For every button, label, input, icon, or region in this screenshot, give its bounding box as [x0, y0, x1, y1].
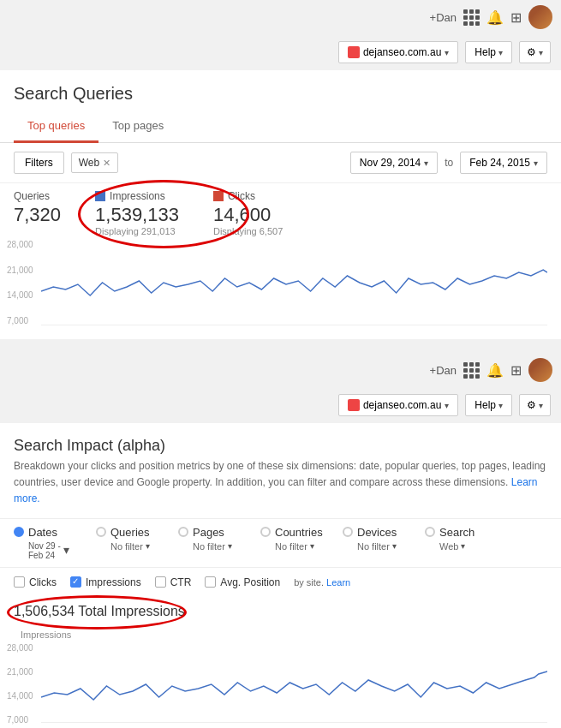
dim-dates-label: Dates [28, 526, 57, 539]
dim-queries-radio[interactable]: Queries [96, 526, 150, 539]
gear-icon-2: ⚙ [527, 399, 536, 411]
settings-button[interactable]: ⚙ ▾ [519, 41, 551, 63]
toolbar-1: dejanseo.com.au ▾ Help ▾ ⚙ ▾ [0, 34, 561, 70]
remove-web-filter[interactable]: ✕ [103, 158, 110, 169]
filter-row: Filters Web ✕ Nov 29, 2014 ▾ to Feb 24, … [0, 143, 561, 182]
total-impressions: 1,506,534 Total Impressions [14, 604, 185, 619]
cb-clicks-label: Clicks [29, 576, 57, 588]
dim-devices-sub[interactable]: No filter ▾ [343, 541, 397, 552]
site-logo [348, 46, 360, 58]
checkbox-clicks[interactable] [14, 576, 25, 588]
notifications-icon[interactable]: 🔔 [486, 9, 504, 26]
tab-top-pages[interactable]: Top pages [98, 110, 177, 143]
settings-button-2[interactable]: ⚙ ▾ [519, 394, 551, 416]
top-nav-1: +Dan 🔔 ⊞ [0, 0, 561, 34]
site-selector[interactable]: dejanseo.com.au ▾ [338, 41, 458, 63]
date-to-button[interactable]: Feb 24, 2015 ▾ [460, 152, 547, 174]
user-plus-dan-2[interactable]: +Dan [430, 364, 457, 377]
dim-search-radio[interactable]: Search [425, 526, 474, 539]
dimension-row: Dates Nov 29 -Feb 24▾ Queries No filter … [0, 518, 561, 568]
impressions-label: Impressions [95, 190, 179, 202]
dim-pages-sub[interactable]: No filter ▾ [178, 541, 232, 552]
tab-top-queries[interactable]: Top queries [14, 110, 98, 143]
cb-impressions[interactable]: Impressions [70, 576, 141, 588]
checkbox-avg-position[interactable] [205, 576, 216, 588]
filter-left: Filters Web ✕ [14, 152, 118, 174]
site-name: dejanseo.com.au [363, 46, 441, 58]
feedback-icon-2[interactable]: ⊞ [510, 362, 522, 379]
by-site-text: by site. Learn [294, 577, 350, 588]
clicks-sub: Displaying 6,507 [213, 226, 283, 236]
dim-search-sub[interactable]: Web ▾ [425, 541, 465, 552]
dim-countries-radio[interactable]: Countries [260, 526, 323, 539]
filters-button[interactable]: Filters [14, 152, 64, 174]
gear-caret: ▾ [539, 48, 543, 57]
date-range: Nov 29, 2014 ▾ to Feb 24, 2015 ▾ [350, 152, 547, 174]
feedback-icon[interactable]: ⊞ [510, 9, 522, 26]
checkbox-row: Clicks Impressions CTR Avg. Position by … [0, 568, 561, 597]
site-name-2: dejanseo.com.au [363, 399, 441, 411]
queries-metric: Queries 7,320 [14, 190, 61, 226]
notifications-icon-2[interactable]: 🔔 [486, 362, 504, 379]
dim-devices: Devices No filter ▾ [343, 526, 411, 552]
metrics-row: Queries 7,320 Impressions 1,539,133 Disp… [0, 182, 561, 236]
queries-label: Queries [14, 190, 61, 202]
cb-ctr[interactable]: CTR [155, 576, 192, 588]
apps-icon[interactable] [463, 9, 480, 26]
dim-countries-sub[interactable]: No filter ▾ [260, 541, 314, 552]
cb-impressions-label: Impressions [86, 576, 141, 588]
date-from-button[interactable]: Nov 29, 2014 ▾ [350, 152, 438, 174]
impressions-sub: Displaying 291,013 [95, 226, 179, 236]
user-plus-dan[interactable]: +Dan [430, 11, 457, 24]
dim-queries-label: Queries [110, 526, 150, 539]
radio-dates [14, 527, 24, 537]
clicks-label-text: Clicks [228, 190, 255, 202]
radio-search [425, 527, 435, 537]
web-filter-tag: Web ✕ [71, 152, 118, 173]
dim-dates-radio[interactable]: Dates [14, 526, 57, 539]
caret-icon: ▾ [445, 48, 449, 57]
dim-pages-radio[interactable]: Pages [178, 526, 224, 539]
radio-devices [343, 527, 353, 537]
chart-1-svg [41, 240, 547, 325]
cb-clicks[interactable]: Clicks [14, 576, 57, 588]
tabs: Top queries Top pages [0, 110, 561, 143]
dim-pages: Pages No filter ▾ [178, 526, 247, 552]
avatar[interactable] [528, 5, 552, 29]
gear-icon: ⚙ [527, 46, 536, 58]
avatar-2[interactable] [528, 358, 552, 382]
dim-queries-sub[interactable]: No filter ▾ [96, 541, 150, 552]
section2-desc: Breakdown your clicks and position metri… [0, 458, 561, 518]
gear-caret-2: ▾ [539, 401, 543, 410]
section2-desc-text: Breakdown your clicks and position metri… [14, 460, 546, 488]
cb-avg-position[interactable]: Avg. Position [205, 576, 280, 588]
radio-pages [178, 527, 188, 537]
section2-title: Search Impact (alpha) [0, 423, 561, 458]
dim-dates-sub: Nov 29 -Feb 24▾ [14, 541, 69, 560]
date-to-text: to [445, 157, 453, 169]
checkbox-impressions[interactable] [70, 576, 81, 588]
toolbar-2: dejanseo.com.au ▾ Help ▾ ⚙ ▾ [0, 387, 561, 423]
dim-dates: Dates Nov 29 -Feb 24▾ [14, 526, 82, 560]
dim-queries: Queries No filter ▾ [96, 526, 164, 552]
apps-icon-2[interactable] [463, 362, 480, 379]
help-button-2[interactable]: Help ▾ [465, 394, 512, 416]
total-impressions-wrap: 1,506,534 Total Impressions [0, 597, 199, 626]
radio-countries [260, 527, 271, 537]
checkbox-ctr[interactable] [155, 576, 166, 588]
site-selector-2[interactable]: dejanseo.com.au ▾ [338, 394, 458, 416]
dim-countries: Countries No filter ▾ [260, 526, 329, 552]
dim-devices-label: Devices [357, 526, 397, 539]
user-label: +Dan [430, 11, 457, 24]
date-to-caret: ▾ [534, 158, 538, 168]
date-from-caret: ▾ [424, 158, 428, 168]
impressions-label-text: Impressions [110, 190, 165, 202]
top-nav-2: +Dan 🔔 ⊞ [0, 353, 561, 387]
search-queries-section: dejanseo.com.au ▾ Help ▾ ⚙ ▾ Search Quer… [0, 34, 561, 339]
help-label-2: Help [474, 399, 496, 411]
by-site-learn-more[interactable]: Learn [326, 577, 350, 588]
dim-devices-radio[interactable]: Devices [343, 526, 397, 539]
impressions-metric: Impressions 1,539,133 Displaying 291,013 [95, 190, 179, 236]
chart-1: 28,000 21,000 14,000 7,000 [0, 236, 561, 339]
help-button[interactable]: Help ▾ [465, 41, 512, 63]
